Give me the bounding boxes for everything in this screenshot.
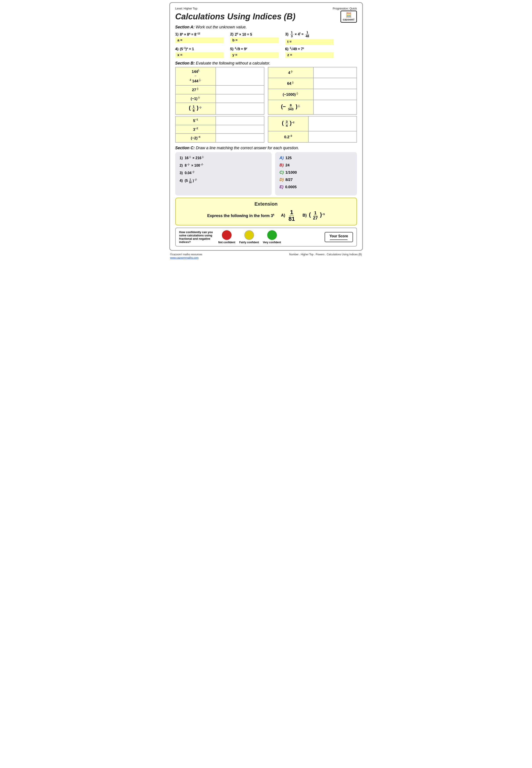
section-c-questions: 1) 1612 × 21613 2) 8−13 × 100−32 3) 0.04… [175,152,272,196]
extension-title: Extension [180,201,352,207]
section-a-heading: Section A: Work out the unknown value. [175,25,357,29]
extension-content: Express the following in the form 3k A) … [180,209,352,222]
list-item: E) 0.0005 [280,185,353,189]
eval-table-1: 14412 14412 2713 (−1)13 ( 18 )−13 [175,67,264,115]
answer-b[interactable]: b = [230,37,279,43]
table-row: ( 18 )−13 [176,103,264,114]
your-score-label: Your Score [329,234,348,238]
confidence-not: Not confident [218,230,235,244]
answer-x[interactable]: x = [175,52,224,58]
question-4: 4) (5−1)x = 1 x = [175,47,224,58]
section-a-row1: 1) 8a × 8a = 8−12 a = 2) 2b × 10 = 5 b =… [175,31,357,45]
confidence-footer: How confidently can you solve calculatio… [175,228,357,247]
eval-table-2: 452 6423 (−1000)43 (− 8343 )23 [268,67,357,115]
section-c-content: 1) 1612 × 21613 2) 8−13 × 100−32 3) 0.04… [175,152,357,196]
question-2: 2) 2b × 10 = 5 b = [230,32,279,43]
list-item: 1) 1612 × 21613 [180,155,267,160]
website-link[interactable]: www.cazoommaths.com [170,256,202,259]
extension-box: Extension Express the following in the f… [175,198,357,226]
list-item: 4) (5116)−34 [180,178,267,184]
page-footer: ©cazoom! maths resources www.cazoommaths… [169,253,363,259]
breadcrumb: Number . Higher Top . Powers . Calculati… [289,253,362,259]
your-score-box: Your Score [325,232,353,242]
answer-y[interactable]: y = [230,52,279,58]
table-row: 14412 14412 [176,67,264,85]
level-label: Level: Higher Top [175,7,197,10]
table-row: (− 8343 )23 [268,100,357,114]
table-row: (−2)−4 [176,133,264,142]
table-row: 2713 [176,85,264,94]
confidence-very: Very confident [263,230,281,244]
very-confident-circle[interactable] [267,230,277,240]
title-row: Calculations Using Indices (B) 🧮 cazoom! [175,11,357,23]
eval-table-4: ( 34 )−2 0.2−3 [268,116,357,143]
table-row: 5−1 [176,116,264,125]
table-row: 452 [268,67,357,78]
section-c-answers: A) 125 B) 24 C) 1/1000 D) 8/27 E) 0.0005 [275,152,357,196]
table-row: 6423 [268,78,357,89]
section-b-table-pair-2: 5−1 3−2 (−2)−4 ( 34 )−2 0. [175,116,357,143]
answer-z[interactable]: z = [285,52,334,58]
table-row: 3−2 [176,125,264,134]
section-b-heading: Section B: Evaluate the following withou… [175,61,357,66]
footer-left: ©cazoom! maths resources www.cazoommaths… [170,253,202,259]
fairly-confident-circle[interactable] [244,230,254,240]
list-item: 3) 0.04−32 [180,170,267,175]
table-row: 0.2−3 [268,131,357,142]
worksheet-title: Calculations Using Indices (B) [175,12,296,21]
question-5: 5) 4√9 = 9y y = [230,47,279,58]
header-top: Level: Higher Top Progression: Quick [175,7,357,10]
list-item: 2) 8−13 × 100−32 [180,163,267,167]
confidence-circles: Not confident Fairly confident Very conf… [218,230,281,244]
cazoom-logo: 🧮 cazoom! [340,11,357,23]
question-3: 3) 13 × 4t = 148 t = [285,31,334,45]
confidence-fairly: Fairly confident [239,230,259,244]
table-row: ( 34 )−2 [268,116,357,131]
answer-a[interactable]: a = [175,37,224,43]
question-1: 1) 8a × 8a = 8−12 a = [175,32,224,43]
not-confident-circle[interactable] [222,230,232,240]
copyright: ©cazoom! maths resources [170,253,202,256]
list-item: B) 24 [280,163,353,167]
score-line [330,240,347,240]
confidence-question: How confidently can you solve calculatio… [179,231,214,244]
list-item: D) 8/27 [280,177,353,182]
section-b-table-pair-1: 14412 14412 2713 (−1)13 ( 18 )−13 [175,67,357,115]
table-row: (−1)13 [176,94,264,103]
section-c-heading: Section C: Draw a line matching the corr… [175,146,357,150]
list-item: A) 125 [280,155,353,160]
eval-table-3: 5−1 3−2 (−2)−4 [175,116,264,143]
answer-t[interactable]: t = [285,39,334,45]
list-item: C) 1/1000 [280,170,353,175]
section-a-row2: 4) (5−1)x = 1 x = 5) 4√9 = 9y y = 6) 3√4… [175,47,357,58]
main-worksheet: Level: Higher Top Progression: Quick Cal… [169,2,363,251]
progression-label: Progression: Quick [333,7,357,10]
table-row: (−1000)43 [268,89,357,100]
question-6: 6) 3√49 = 7z z = [285,47,334,58]
